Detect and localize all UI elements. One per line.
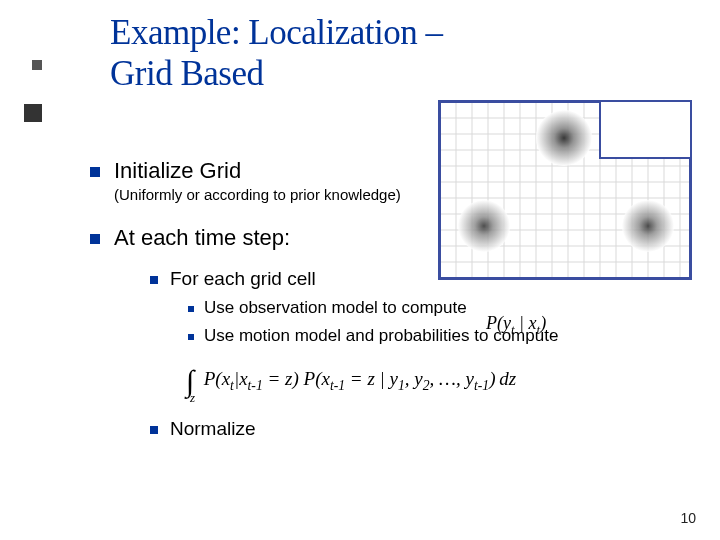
- bullet-icon: [188, 334, 194, 340]
- side-decoration: [32, 60, 54, 156]
- bullet-icon: [90, 167, 100, 177]
- slide-title: Example: Localization – Grid Based: [110, 12, 443, 95]
- bullet-text: At each time step:: [114, 225, 290, 250]
- svg-point-27: [458, 200, 510, 252]
- deco-square: [32, 60, 42, 70]
- bullet-at-each-time-step: At each time step:: [90, 225, 290, 251]
- bullet-text: For each grid cell: [170, 268, 316, 289]
- svg-rect-29: [600, 102, 690, 158]
- page-number: 10: [680, 510, 696, 526]
- bullet-initialize-grid: Initialize Grid (Uniformly or according …: [90, 158, 401, 203]
- bullet-normalize: Normalize: [150, 418, 256, 440]
- bullet-icon: [150, 276, 158, 284]
- grid-illustration: [438, 100, 692, 280]
- integral-subscript: z: [190, 390, 195, 406]
- slide: Example: Localization – Grid Based: [0, 0, 720, 540]
- svg-point-26: [536, 110, 592, 166]
- grid-svg: [440, 102, 690, 278]
- bullet-text: Use observation model to compute: [204, 298, 467, 317]
- title-line-2: Grid Based: [110, 54, 263, 93]
- bullet-icon: [90, 234, 100, 244]
- bullet-note: (Uniformly or according to prior knowled…: [114, 186, 401, 203]
- svg-point-28: [622, 200, 674, 252]
- formula-motion-integral: ∫ P(xt|xt-1 = z) P(xt-1 = z | y1, y2, …,…: [186, 364, 516, 398]
- deco-square: [24, 104, 42, 122]
- bullet-text: Initialize Grid: [114, 158, 241, 183]
- formula-observation: P(yt | xt): [486, 313, 546, 338]
- bullet-icon: [188, 306, 194, 312]
- bullet-icon: [150, 426, 158, 434]
- title-line-1: Example: Localization –: [110, 13, 443, 52]
- bullet-text: Normalize: [170, 418, 256, 439]
